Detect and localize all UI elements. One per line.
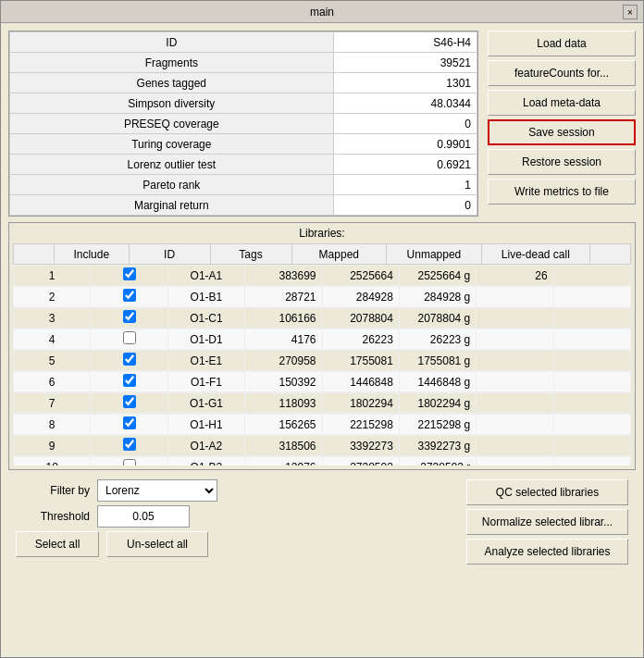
- mapped-cell: 3392273: [322, 436, 399, 456]
- include-cell[interactable]: [91, 457, 167, 466]
- mapped-cell: 284928: [322, 287, 399, 307]
- threshold-label: Threshold: [16, 510, 90, 523]
- row-number: 7: [14, 393, 91, 414]
- unmapped-cell: 2525664 g: [399, 266, 476, 286]
- include-checkbox[interactable]: [123, 374, 136, 387]
- table-row: 6 O1-F1 150392 1446848 1446848 g: [13, 371, 631, 392]
- metrics-row: Marginal return 0: [10, 195, 477, 216]
- save-session-button[interactable]: Save session: [488, 119, 636, 145]
- table-scroll-wrapper[interactable]: Include ID Tags Mapped Unmapped Live-dea…: [13, 243, 631, 466]
- col-header-extra: [589, 244, 630, 265]
- metrics-table: ID S46-H4 Fragments 39521 Genes tagged 1…: [8, 31, 478, 217]
- metric-value: 0: [333, 195, 477, 216]
- window-title: main: [310, 6, 334, 19]
- livedead-cell: [477, 436, 553, 456]
- id-cell: O1-G1: [167, 393, 244, 414]
- metrics-row: Turing coverage 0.9901: [10, 134, 477, 155]
- feature-counts-button[interactable]: featureCounts for...: [488, 60, 636, 86]
- mapped-cell: 2078804: [322, 308, 399, 329]
- id-cell: O1-A2: [167, 436, 244, 456]
- metric-label: Pareto rank: [10, 175, 334, 195]
- normalize-selected-button[interactable]: Normalize selected librar...: [466, 509, 628, 535]
- include-checkbox[interactable]: [123, 310, 136, 323]
- include-checkbox[interactable]: [123, 416, 136, 429]
- row-number: 5: [14, 351, 91, 371]
- livedead-cell: [477, 329, 553, 350]
- table-row: 8 O1-H1 156265 2215298 2215298 g: [13, 414, 631, 435]
- left-controls: Filter by LorenzPRESEQTuringPareto Thres…: [16, 479, 217, 557]
- top-section: ID S46-H4 Fragments 39521 Genes tagged 1…: [8, 31, 636, 217]
- threshold-input[interactable]: [97, 505, 190, 528]
- include-cell[interactable]: [91, 393, 167, 414]
- metric-label: Marginal return: [10, 195, 334, 216]
- tags-cell: 28721: [245, 287, 322, 307]
- include-cell[interactable]: [91, 308, 167, 329]
- metric-label: ID: [10, 32, 334, 53]
- unmapped-cell: 1755081 g: [399, 351, 476, 371]
- include-checkbox[interactable]: [123, 438, 136, 451]
- metric-value: 0.9901: [333, 134, 477, 155]
- id-cell: O1-H1: [167, 415, 244, 435]
- extra-cell: [553, 372, 630, 392]
- row-number: 2: [14, 287, 91, 307]
- select-all-button[interactable]: Select all: [16, 531, 99, 557]
- extra-cell: [553, 329, 630, 350]
- include-checkbox[interactable]: [123, 267, 136, 280]
- load-meta-button[interactable]: Load meta-data: [488, 90, 636, 116]
- close-button[interactable]: ×: [623, 5, 638, 19]
- include-checkbox[interactable]: [123, 331, 136, 344]
- include-checkbox[interactable]: [123, 395, 136, 408]
- table-row: 7 O1-G1 118093 1802294 1802294 g: [13, 392, 631, 414]
- row-number: 1: [14, 266, 91, 286]
- include-cell[interactable]: [91, 372, 167, 392]
- table-row: 9 O1-A2 318506 3392273 3392273 g: [13, 435, 631, 456]
- mapped-cell: 2215298: [322, 415, 399, 435]
- select-buttons-row: Select all Un-select all: [16, 531, 217, 557]
- col-header-mapped: Mapped: [291, 244, 387, 265]
- filter-select[interactable]: LorenzPRESEQTuringPareto: [97, 479, 217, 502]
- livedead-cell: [477, 372, 553, 392]
- extra-cell: [553, 415, 630, 435]
- metric-label: PRESEQ coverage: [10, 114, 334, 134]
- col-header-livedead: Live-dead call: [481, 244, 589, 265]
- qc-selected-button[interactable]: QC selected libraries: [466, 479, 628, 505]
- filter-label: Filter by: [16, 484, 90, 497]
- write-metrics-button[interactable]: Write metrics to file: [488, 179, 636, 205]
- col-header-row: [14, 244, 55, 265]
- row-number: 8: [14, 415, 91, 435]
- table-row: 4 O1-D1 4176 26223 26223 g: [13, 329, 631, 350]
- id-cell: O1-F1: [167, 372, 244, 392]
- extra-cell: [553, 351, 630, 371]
- id-cell: O1-A1: [167, 266, 244, 286]
- analyze-selected-button[interactable]: Analyze selected libraries: [466, 539, 628, 565]
- restore-session-button[interactable]: Restore session: [488, 149, 636, 175]
- include-cell[interactable]: [91, 329, 167, 350]
- load-data-button[interactable]: Load data: [488, 31, 636, 56]
- metric-value: 1301: [333, 73, 477, 93]
- col-header-tags: Tags: [210, 244, 291, 265]
- metrics-row: Lorenz outlier test 0.6921: [10, 155, 477, 175]
- metric-label: Simpson diversity: [10, 93, 334, 114]
- include-cell[interactable]: [91, 351, 167, 371]
- row-number: 6: [14, 372, 91, 392]
- include-cell[interactable]: [91, 436, 167, 456]
- include-cell[interactable]: [91, 266, 167, 286]
- extra-cell: [553, 457, 630, 466]
- main-content: ID S46-H4 Fragments 39521 Genes tagged 1…: [1, 23, 643, 576]
- include-cell[interactable]: [91, 287, 167, 307]
- mapped-cell: 2525664: [322, 266, 399, 286]
- row-number: 9: [14, 436, 91, 456]
- include-checkbox[interactable]: [123, 459, 136, 466]
- metric-label: Fragments: [10, 53, 334, 73]
- metric-label: Turing coverage: [10, 134, 334, 155]
- id-cell: O1-B2: [167, 457, 244, 466]
- include-checkbox[interactable]: [123, 353, 136, 366]
- unselect-all-button[interactable]: Un-select all: [106, 531, 208, 557]
- tags-cell: 4176: [245, 329, 322, 350]
- col-header-unmapped: Unmapped: [387, 244, 482, 265]
- col-header-id: ID: [129, 244, 210, 265]
- unmapped-cell: 284928 g: [399, 287, 476, 307]
- include-checkbox[interactable]: [123, 289, 136, 302]
- metric-value: 0.6921: [333, 155, 477, 175]
- include-cell[interactable]: [91, 415, 167, 435]
